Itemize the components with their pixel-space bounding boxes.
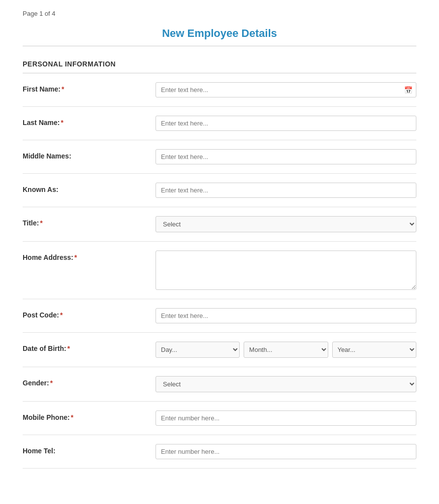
- label-known-as: Known As:: [23, 183, 156, 193]
- label-middle-names: Middle Names:: [23, 149, 156, 160]
- field-home-address: [156, 251, 416, 290]
- section-title-personal-info: PERSONAL INFORMATION: [23, 60, 416, 68]
- field-title: Select Mr Mrs Ms Miss Dr: [156, 216, 416, 232]
- required-star-mobile-phone: *: [71, 413, 73, 421]
- required-star-dob: *: [67, 345, 70, 352]
- home-address-input[interactable]: [156, 251, 416, 290]
- required-star-title: *: [40, 219, 42, 227]
- form-row-home-address: Home Address:*: [23, 242, 416, 299]
- dob-year-select[interactable]: Year... for(let y=new Date().getFullYear…: [332, 342, 416, 358]
- field-post-code: [156, 308, 416, 323]
- required-star-last-name: *: [61, 119, 63, 126]
- required-star-first-name: *: [62, 85, 64, 93]
- first-name-input[interactable]: [156, 82, 416, 97]
- form-row-post-code: Post Code:*: [23, 299, 416, 333]
- dob-day-select[interactable]: Day... for(let i=1;i<=31;i++) document.w…: [156, 342, 240, 358]
- form-row-gender: Gender:* Select Male Female Other Prefer…: [23, 367, 416, 402]
- form-row-title: Title:* Select Mr Mrs Ms Miss Dr: [23, 207, 416, 242]
- form-row-mobile-phone: Mobile Phone:*: [23, 402, 416, 435]
- required-star-gender: *: [50, 379, 53, 387]
- label-last-name: Last Name:*: [23, 116, 156, 126]
- date-row: Day... for(let i=1;i<=31;i++) document.w…: [156, 342, 416, 358]
- page-indicator: Page 1 of 4: [23, 10, 416, 17]
- calendar-icon: 📅: [404, 86, 412, 94]
- form-row-last-name: Last Name:*: [23, 107, 416, 140]
- field-known-as: [156, 183, 416, 198]
- label-home-address: Home Address:*: [23, 251, 156, 261]
- post-code-input[interactable]: [156, 308, 416, 323]
- field-gender: Select Male Female Other Prefer not to s…: [156, 376, 416, 392]
- field-first-name: 📅: [156, 82, 416, 97]
- label-dob: Date of Birth:*: [23, 342, 156, 352]
- label-first-name: First Name:*: [23, 82, 156, 93]
- known-as-input[interactable]: [156, 183, 416, 198]
- field-middle-names: [156, 149, 416, 164]
- form-row-first-name: First Name:* 📅: [23, 73, 416, 107]
- form-row-known-as: Known As:: [23, 174, 416, 207]
- title-select[interactable]: Select Mr Mrs Ms Miss Dr: [156, 216, 416, 232]
- label-title: Title:*: [23, 216, 156, 227]
- form-row-home-tel: Home Tel:: [23, 435, 416, 469]
- title-divider: [23, 46, 416, 46]
- gender-select[interactable]: Select Male Female Other Prefer not to s…: [156, 376, 416, 392]
- dob-month-select[interactable]: Month... January February March April Ma…: [244, 342, 328, 358]
- field-last-name: [156, 116, 416, 131]
- last-name-input[interactable]: [156, 116, 416, 131]
- label-gender: Gender:*: [23, 376, 156, 387]
- page-title: New Employee Details: [23, 27, 416, 40]
- form-row-middle-names: Middle Names:: [23, 140, 416, 174]
- form-row-dob: Date of Birth:* Day... for(let i=1;i<=31…: [23, 333, 416, 367]
- home-tel-input[interactable]: [156, 444, 416, 459]
- required-star-home-address: *: [74, 253, 77, 261]
- middle-names-input[interactable]: [156, 149, 416, 164]
- mobile-phone-input[interactable]: [156, 410, 416, 426]
- label-post-code: Post Code:*: [23, 308, 156, 319]
- label-mobile-phone: Mobile Phone:*: [23, 410, 156, 421]
- field-home-tel: [156, 444, 416, 459]
- field-mobile-phone: [156, 410, 416, 426]
- field-dob: Day... for(let i=1;i<=31;i++) document.w…: [156, 342, 416, 358]
- label-home-tel: Home Tel:: [23, 444, 156, 455]
- required-star-post-code: *: [60, 311, 63, 319]
